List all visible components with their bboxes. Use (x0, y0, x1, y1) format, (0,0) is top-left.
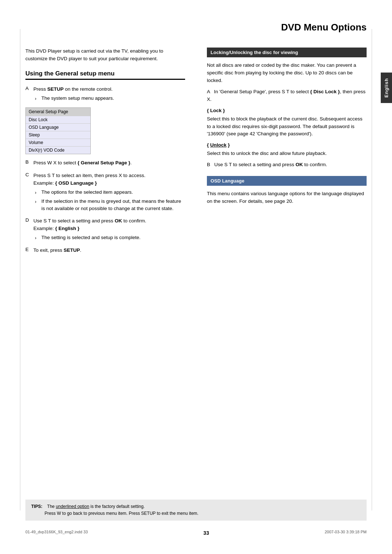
osd-text: This menu contains various language opti… (207, 190, 367, 205)
step-b-content: Press W X to select { General Setup Page… (33, 159, 185, 167)
step-e-content: To exit, press SETUP. (33, 247, 185, 254)
osd-header: OSD Language (207, 176, 367, 186)
locking-header: Locking/Unlocking the disc for viewing (207, 48, 367, 57)
tips-label: TIPS: (31, 504, 42, 509)
lock-text: Select this to block the playback of the… (207, 115, 367, 138)
unlock-label: { Unlock } (207, 142, 367, 148)
step-a-bullet1: › The system setup menu appears. (35, 95, 185, 102)
step-c: C Press S T to select an item, then pres… (25, 172, 185, 212)
menu-item-sleep: Sleep (26, 131, 90, 139)
step-d-content: Use S T to select a setting and press OK… (33, 217, 185, 242)
menu-item-osd-language: OSD Language (26, 123, 90, 131)
unlock-word: Unlock (210, 142, 226, 148)
step-c-bullet1: › The options for the selected item appe… (35, 189, 185, 196)
step-letter-b: B (25, 159, 30, 165)
step-letter-c: C (25, 172, 30, 177)
locking-intro: Not all discs are rated or coded by the … (207, 62, 367, 85)
left-column: This DVD Player setup is carried out via… (25, 48, 189, 259)
step-d: D Use S T to select a setting and press … (25, 217, 185, 242)
menu-item-disc-lock: Disc Lock (26, 116, 90, 123)
step-c-bullet2: › If the selection in the menu is greyed… (35, 198, 185, 213)
step-a: A Press SETUP on the remote control. › T… (25, 86, 185, 102)
page-number: 33 (203, 530, 209, 536)
right-column: Locking/Unlocking the disc for viewing N… (203, 48, 367, 259)
step-letter-d: D (25, 217, 30, 223)
locking-section: Locking/Unlocking the disc for viewing N… (207, 48, 367, 169)
step-a-content: Press SETUP on the remote control. › The… (33, 86, 185, 102)
page-title: DVD Menu Options (25, 22, 367, 37)
unlock-text: Select this to unlock the disc and allow… (207, 150, 367, 157)
footer-right: 2007-03-30 3:39:18 PM (324, 530, 367, 534)
lock-label: { Lock } (207, 108, 367, 113)
tips-line2: Press W to go back to previous menu item… (45, 511, 199, 516)
step-e: E To exit, press SETUP. (25, 247, 185, 254)
step-b: B Press W X to select { General Setup Pa… (25, 159, 185, 167)
locking-step-b: B Use S T to select a setting and press … (207, 161, 367, 169)
setup-menu-box: General Setup Page Disc Lock OSD Languag… (25, 107, 91, 154)
footer-left: 01-49_dvp3166K_93_eng2.indd 33 (25, 530, 88, 534)
setup-menu-header: General Setup Page (26, 108, 90, 116)
step-c-content: Press S T to select an item, then press … (33, 172, 185, 212)
section-heading-general-setup: Using the General setup menu (25, 70, 185, 80)
step-letter-e: E (25, 247, 30, 252)
step-d-bullet1: › The setting is selected and setup is c… (35, 234, 185, 242)
locking-step-a: A In 'General Setup Page', press S T to … (207, 88, 367, 103)
menu-item-volume: Volume (26, 139, 90, 146)
step-letter-a: A (25, 86, 30, 91)
tips-box: TIPS: The underlined option is the facto… (25, 500, 367, 521)
footer: TIPS: The underlined option is the facto… (25, 500, 367, 536)
menu-item-divx: DivX(r) VOD Code (26, 146, 90, 154)
tips-line1: The underlined option is the factory def… (47, 504, 145, 509)
osd-section: OSD Language This menu contains various … (207, 176, 367, 205)
intro-text: This DVD Player setup is carried out via… (25, 48, 185, 63)
